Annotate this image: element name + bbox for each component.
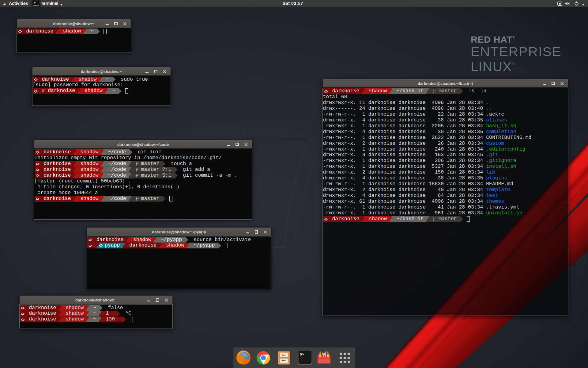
svg-text:$>: $>: [300, 352, 304, 356]
svg-text:$>: $>: [34, 2, 36, 4]
